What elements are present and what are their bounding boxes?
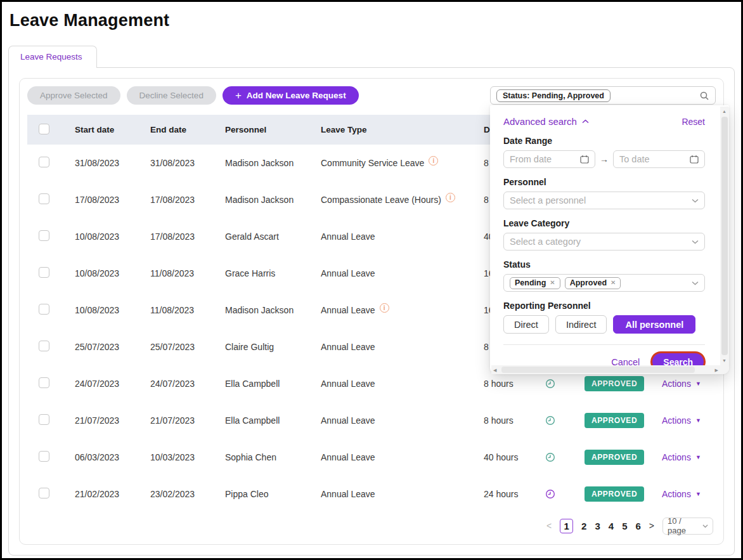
scroll-up-icon[interactable]: ▲ xyxy=(722,109,727,114)
row-checkbox[interactable] xyxy=(39,451,49,462)
search-input[interactable]: Status: Pending, Approved xyxy=(490,86,716,105)
reporting-indirect-button[interactable]: Indirect xyxy=(555,315,607,334)
chevron-down-icon xyxy=(702,524,708,528)
scrollbar-corner xyxy=(720,365,729,374)
approve-selected-button[interactable]: Approve Selected xyxy=(27,86,120,105)
scroll-down-icon[interactable]: ▼ xyxy=(722,358,727,363)
cancel-button[interactable]: Cancel xyxy=(611,357,640,366)
panel-vertical-scrollbar[interactable]: ▲ ▼ xyxy=(720,107,729,365)
cell-duration: 24 hours xyxy=(484,489,518,499)
status-badge: APPROVED xyxy=(585,376,644,391)
search-icon xyxy=(699,91,709,101)
cell-end-date: 31/08/2023 xyxy=(150,158,225,168)
arrow-right-icon: → xyxy=(600,154,609,164)
reporting-direct-button[interactable]: Direct xyxy=(503,315,549,334)
from-date-field[interactable]: From date xyxy=(503,150,595,168)
scrollbar-thumb[interactable] xyxy=(721,117,728,355)
scroll-right-icon[interactable]: ▶ xyxy=(715,368,718,372)
pagination-page-6[interactable]: 6 xyxy=(635,521,640,531)
cell-start-date: 25/07/2023 xyxy=(75,342,150,352)
status-chip-approved: Approved✕ xyxy=(565,277,621,289)
page-title: Leave Management xyxy=(10,11,735,30)
actions-dropdown[interactable]: Actions▼ xyxy=(662,452,711,462)
remove-tag-icon[interactable]: ✕ xyxy=(611,279,616,286)
info-icon[interactable]: i xyxy=(446,193,455,202)
row-checkbox[interactable] xyxy=(39,157,49,167)
row-checkbox[interactable] xyxy=(39,488,49,498)
pagination-page-4[interactable]: 4 xyxy=(609,521,614,531)
cell-end-date: 11/08/2023 xyxy=(150,268,225,278)
leave-requests-card: Approve Selected Decline Selected + Add … xyxy=(19,78,724,545)
cell-duration: 40 hours xyxy=(484,452,518,462)
info-icon[interactable]: i xyxy=(380,303,389,313)
scrollbar-thumb[interactable] xyxy=(501,367,695,373)
status-multiselect[interactable]: Pending✕ Approved✕ xyxy=(503,274,705,292)
row-checkbox[interactable] xyxy=(39,267,49,278)
cell-start-date: 10/08/2023 xyxy=(75,305,150,315)
pagination-page-5[interactable]: 5 xyxy=(622,521,627,531)
remove-tag-icon[interactable]: ✕ xyxy=(550,279,555,286)
status-badge: APPROVED xyxy=(585,450,644,465)
search-button[interactable]: Search xyxy=(652,353,704,365)
cell-personnel: Claire Gultig xyxy=(225,342,321,352)
status-chip-pending: Pending✕ xyxy=(510,277,560,289)
chevron-down-icon: ▼ xyxy=(695,381,701,387)
cell-end-date: 21/07/2023 xyxy=(150,415,225,426)
page-size-select[interactable]: 10 / page xyxy=(662,518,713,535)
pagination-next[interactable]: > xyxy=(649,521,654,531)
cell-leave-type: Compassionate Leave (Hours) xyxy=(321,195,441,205)
reset-link[interactable]: Reset xyxy=(682,117,705,127)
cell-end-date: 17/08/2023 xyxy=(150,231,225,242)
tab-content-card: Approve Selected Decline Selected + Add … xyxy=(8,67,735,556)
advanced-search-panel: Advanced search Reset Date Range From da… xyxy=(490,105,729,374)
row-checkbox[interactable] xyxy=(39,377,49,388)
cell-end-date: 17/08/2023 xyxy=(150,195,225,205)
cell-leave-type: Community Service Leave xyxy=(321,158,424,168)
table-row: 06/03/2023 10/03/2023 Sophia Chen Annual… xyxy=(27,439,716,476)
pagination-page-1[interactable]: 1 xyxy=(560,519,573,533)
decline-selected-button[interactable]: Decline Selected xyxy=(127,86,216,105)
pagination-page-2[interactable]: 2 xyxy=(581,521,586,531)
cell-leave-type: Annual Leave xyxy=(321,415,375,426)
cell-leave-type: Annual Leave xyxy=(321,452,375,462)
cell-leave-type: Annual Leave xyxy=(321,342,375,352)
header-leave-type: Leave Type xyxy=(321,125,484,134)
actions-dropdown[interactable]: Actions▼ xyxy=(662,379,711,389)
actions-dropdown[interactable]: Actions▼ xyxy=(662,489,711,499)
cell-duration: 8 hours xyxy=(484,379,514,389)
row-checkbox[interactable] xyxy=(39,230,49,241)
select-all-checkbox[interactable] xyxy=(39,124,49,134)
status-badge: APPROVED xyxy=(585,413,644,428)
reporting-all-personnel-button[interactable]: All personnel xyxy=(613,315,695,334)
to-date-field[interactable]: To date xyxy=(613,150,705,168)
add-new-leave-request-button[interactable]: + Add New Leave Request xyxy=(223,86,359,105)
divider xyxy=(503,344,705,345)
chevron-down-icon xyxy=(692,240,699,244)
cell-end-date: 10/03/2023 xyxy=(150,452,225,462)
row-checkbox[interactable] xyxy=(39,341,49,351)
personnel-select[interactable]: Select a personnel xyxy=(503,192,705,209)
info-icon[interactable]: i xyxy=(429,156,438,166)
cell-start-date: 21/07/2023 xyxy=(75,415,150,426)
actions-dropdown[interactable]: Actions▼ xyxy=(662,415,711,426)
row-checkbox[interactable] xyxy=(39,304,49,315)
tab-leave-requests[interactable]: Leave Requests xyxy=(8,46,97,68)
plus-icon: + xyxy=(235,90,242,101)
leave-category-select[interactable]: Select a category xyxy=(503,233,705,251)
table-row: 21/02/2023 23/02/2023 Pippa Cleo Annual … xyxy=(27,476,716,512)
pagination-prev[interactable]: < xyxy=(546,521,552,531)
pagination-page-3[interactable]: 3 xyxy=(595,521,600,531)
search-filter-tag[interactable]: Status: Pending, Approved xyxy=(496,89,611,102)
cell-end-date: 25/07/2023 xyxy=(150,342,225,352)
scroll-left-icon[interactable]: ◀ xyxy=(493,368,496,372)
cell-start-date: 10/08/2023 xyxy=(75,268,150,278)
cell-end-date: 24/07/2023 xyxy=(150,379,225,389)
add-new-leave-request-label: Add New Leave Request xyxy=(247,91,346,100)
clock-icon xyxy=(545,415,555,426)
clock-icon xyxy=(545,452,555,462)
panel-horizontal-scrollbar[interactable]: ◀ ▶ xyxy=(491,365,720,374)
advanced-search-toggle[interactable]: Advanced search xyxy=(503,116,589,127)
row-checkbox[interactable] xyxy=(39,193,49,204)
row-checkbox[interactable] xyxy=(39,414,49,425)
caret-up-icon xyxy=(582,119,589,124)
